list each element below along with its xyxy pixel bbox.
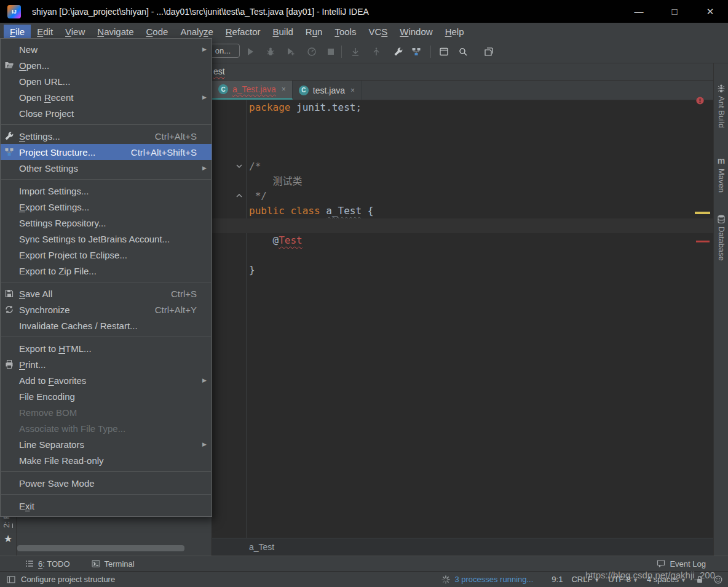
breadcrumb-item[interactable]: a_Test	[249, 542, 274, 552]
menubar-item-window[interactable]: Window	[394, 25, 438, 39]
error-stripe-mark[interactable]	[696, 241, 710, 242]
code-line-4[interactable]	[212, 145, 713, 159]
menu-item-import-settings[interactable]: Import Settings...	[1, 183, 212, 199]
code-line-11[interactable]	[212, 248, 713, 263]
menu-item-synchronize[interactable]: SynchronizeCtrl+Alt+Y	[1, 301, 212, 317]
code-line-5[interactable]: /*	[212, 159, 713, 174]
menu-separator	[1, 179, 211, 180]
menu-item-export-settings[interactable]: Export Settings...	[1, 199, 212, 215]
tool-stripe-maven[interactable]: mMaven	[714, 155, 728, 193]
caret-position-widget[interactable]: 9:1	[552, 575, 563, 584]
menu-item-invalidate-caches-restart[interactable]: Invalidate Caches / Restart...	[1, 317, 212, 333]
code-line-3[interactable]	[212, 130, 713, 145]
tool-stripe-database[interactable]: Database	[714, 214, 728, 261]
fold-expand-icon[interactable]	[235, 162, 244, 171]
menu-item-other-settings[interactable]: Other Settings▶	[1, 160, 212, 176]
menu-item-add-to-favorites[interactable]: Add to Favorites▶	[1, 372, 212, 388]
menu-item-export-to-zip-file[interactable]: Export to Zip File...	[1, 263, 212, 279]
menu-item-make-file-read-only[interactable]: Make File Read-only	[1, 452, 212, 468]
status-message: Configure project structure	[21, 575, 115, 584]
project-structure-icon[interactable]	[409, 44, 424, 59]
code-editor[interactable]: package junit.test;/* 测试类 */public class…	[212, 100, 713, 538]
menu-item-open[interactable]: Open...	[1, 57, 212, 73]
menu-item-label: Import Settings...	[19, 186, 89, 196]
minimize-button[interactable]: —	[621, 0, 657, 23]
terminal-tool-button[interactable]: Terminal	[91, 559, 135, 569]
code-line-9[interactable]	[212, 218, 713, 233]
menubar-item-refactor[interactable]: Refactor	[220, 25, 267, 39]
menu-item-open-recent[interactable]: Open Recent▶	[1, 89, 212, 105]
menubar-item-code[interactable]: Code	[140, 25, 175, 39]
event-log-button[interactable]: Event Log	[656, 559, 706, 569]
menu-item-label: Settings...	[19, 131, 60, 142]
code-token: }	[249, 264, 255, 276]
menu-item-open-url[interactable]: Open URL...	[1, 73, 212, 89]
blank-icon	[4, 44, 19, 54]
menu-item-settings-repository[interactable]: Settings Repository...	[1, 215, 212, 231]
code-line-8[interactable]: public class a_Test {	[212, 204, 713, 218]
code-line-2[interactable]	[212, 115, 713, 130]
menu-item-label: Other Settings	[19, 163, 78, 174]
menubar-item-edit[interactable]: Edit	[31, 25, 59, 39]
menu-item-file-encoding[interactable]: File Encoding	[1, 388, 212, 404]
close-button[interactable]: ✕	[692, 0, 728, 23]
menubar-item-tools[interactable]: Tools	[328, 25, 362, 39]
code-line-7[interactable]: */	[212, 189, 713, 204]
menu-item-close-project[interactable]: Close Project	[1, 105, 212, 121]
menubar-item-run[interactable]: Run	[299, 25, 329, 39]
menu-item-power-save-mode[interactable]: Power Save Mode	[1, 475, 212, 491]
editor-tab-test-java[interactable]: Ctest.java×	[293, 81, 362, 100]
menu-item-line-separators[interactable]: Line Separators▶	[1, 436, 212, 452]
menubar-item-build[interactable]: Build	[266, 25, 299, 39]
menu-item-label: File Encoding	[19, 391, 75, 402]
todo-tool-button[interactable]: 6: TODO	[25, 559, 70, 569]
tool-window-bar: 6: TODO Terminal Event Log	[0, 556, 728, 571]
editor-tab-a-Test-java[interactable]: Ca_Test.java×	[212, 81, 293, 100]
save-all-icon[interactable]	[481, 44, 496, 59]
nav-breadcrumb[interactable]: est	[213, 66, 225, 76]
maximize-button[interactable]: □	[657, 0, 692, 23]
menu-item-export-project-to-eclipse[interactable]: Export Project to Eclipse...	[1, 247, 212, 263]
warning-stripe-mark[interactable]	[695, 212, 710, 214]
editor-breadcrumbs[interactable]: a_Test	[212, 538, 713, 556]
tab-close-icon[interactable]: ×	[350, 86, 355, 95]
code-token: */	[249, 190, 267, 202]
background-processes-link[interactable]: 3 processes running...	[441, 575, 533, 585]
menu-item-settings[interactable]: Settings...Ctrl+Alt+S	[1, 128, 212, 144]
menu-item-shortcut: Ctrl+Alt+Y	[155, 305, 197, 315]
menu-item-sync-settings-to-jetbrains-account[interactable]: Sync Settings to JetBrains Account...	[1, 231, 212, 247]
menubar-item-vcs[interactable]: VCS	[362, 25, 394, 39]
tool-stripe-ant-build[interactable]: Ant Build	[714, 84, 728, 128]
run-with-coverage-icon	[283, 44, 298, 59]
menubar-item-analyze[interactable]: Analyze	[174, 25, 219, 39]
settings-wrench-icon[interactable]	[391, 44, 406, 59]
menu-item-save-all[interactable]: Save AllCtrl+S	[1, 286, 212, 301]
menubar-item-help[interactable]: Help	[439, 25, 470, 39]
menu-item-print[interactable]: Print...	[1, 356, 212, 372]
code-line-10[interactable]: @Test	[212, 233, 713, 248]
menubar-item-file[interactable]: File	[4, 25, 31, 39]
project-horizontal-scrollbar[interactable]	[17, 545, 184, 551]
code-line-12[interactable]: }	[212, 263, 713, 278]
menu-item-export-to-html[interactable]: Export to HTML...	[1, 340, 212, 356]
menubar-item-view[interactable]: View	[59, 25, 91, 39]
code-line-1[interactable]: package junit.test;	[212, 100, 713, 115]
tool-stripe-label: Database	[717, 226, 726, 261]
menu-item-new[interactable]: New▶	[1, 41, 212, 57]
search-everywhere-icon[interactable]	[456, 44, 470, 59]
menu-item-label: Print...	[19, 359, 46, 370]
menubar-item-navigate[interactable]: Navigate	[91, 25, 140, 39]
menu-item-label: Close Project	[19, 108, 74, 119]
menu-item-label: Power Save Mode	[19, 478, 95, 489]
menu-item-project-structure[interactable]: Project Structure...Ctrl+Alt+Shift+S	[1, 144, 212, 160]
intellij-logo-icon: IJ	[7, 5, 21, 18]
tab-close-icon[interactable]: ×	[282, 85, 286, 94]
code-token: 测试类	[249, 175, 303, 187]
fold-collapse-icon[interactable]	[235, 192, 244, 201]
tool-window-icon[interactable]	[437, 44, 451, 59]
menu-item-label: Open URL...	[19, 76, 70, 87]
inspection-error-badge-icon[interactable]	[695, 96, 705, 105]
menu-item-exit[interactable]: Exit	[1, 498, 212, 514]
code-line-6[interactable]: 测试类	[212, 174, 713, 189]
blank-icon	[4, 321, 19, 330]
